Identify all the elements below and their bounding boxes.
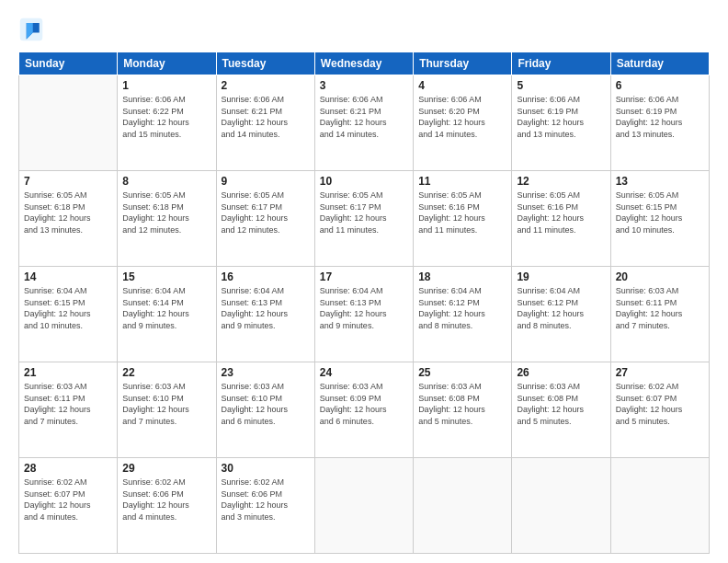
calendar-cell: 30Sunrise: 6:02 AM Sunset: 6:06 PM Dayli… — [216, 458, 314, 554]
calendar-cell: 25Sunrise: 6:03 AM Sunset: 6:08 PM Dayli… — [414, 362, 512, 458]
day-number: 15 — [122, 270, 210, 283]
day-number: 13 — [616, 175, 704, 188]
day-number: 3 — [320, 79, 408, 92]
calendar-cell: 21Sunrise: 6:03 AM Sunset: 6:11 PM Dayli… — [19, 362, 118, 458]
calendar-cell — [19, 75, 118, 171]
day-info: Sunrise: 6:02 AM Sunset: 6:06 PM Dayligh… — [222, 477, 310, 523]
day-info: Sunrise: 6:06 AM Sunset: 6:22 PM Dayligh… — [122, 94, 210, 140]
calendar-cell — [314, 458, 413, 554]
day-info: Sunrise: 6:06 AM Sunset: 6:21 PM Dayligh… — [320, 94, 408, 140]
day-number: 1 — [122, 79, 210, 92]
calendar-cell: 20Sunrise: 6:03 AM Sunset: 6:11 PM Dayli… — [610, 267, 709, 362]
calendar-week-1: 7Sunrise: 6:05 AM Sunset: 6:18 PM Daylig… — [19, 171, 710, 267]
logo — [18, 17, 48, 42]
day-info: Sunrise: 6:02 AM Sunset: 6:07 PM Dayligh… — [616, 381, 704, 427]
calendar-cell: 12Sunrise: 6:05 AM Sunset: 6:16 PM Dayli… — [512, 171, 610, 267]
calendar-cell: 28Sunrise: 6:02 AM Sunset: 6:07 PM Dayli… — [19, 458, 118, 554]
day-info: Sunrise: 6:04 AM Sunset: 6:13 PM Dayligh… — [320, 285, 408, 331]
day-info: Sunrise: 6:04 AM Sunset: 6:13 PM Dayligh… — [222, 285, 310, 331]
day-number: 26 — [517, 366, 605, 379]
calendar-cell — [414, 458, 512, 554]
day-number: 12 — [517, 175, 605, 188]
calendar-cell: 7Sunrise: 6:05 AM Sunset: 6:18 PM Daylig… — [19, 171, 118, 267]
calendar-header-saturday: Saturday — [610, 52, 709, 75]
day-number: 7 — [24, 175, 112, 188]
day-info: Sunrise: 6:06 AM Sunset: 6:19 PM Dayligh… — [616, 94, 704, 140]
calendar-week-3: 21Sunrise: 6:03 AM Sunset: 6:11 PM Dayli… — [19, 362, 710, 458]
day-info: Sunrise: 6:03 AM Sunset: 6:08 PM Dayligh… — [418, 381, 506, 427]
calendar-cell: 29Sunrise: 6:02 AM Sunset: 6:06 PM Dayli… — [118, 458, 216, 554]
calendar-cell: 17Sunrise: 6:04 AM Sunset: 6:13 PM Dayli… — [314, 267, 413, 362]
day-info: Sunrise: 6:05 AM Sunset: 6:17 PM Dayligh… — [320, 190, 408, 236]
calendar-cell: 13Sunrise: 6:05 AM Sunset: 6:15 PM Dayli… — [610, 171, 709, 267]
day-number: 16 — [222, 270, 310, 283]
calendar-cell: 2Sunrise: 6:06 AM Sunset: 6:21 PM Daylig… — [216, 75, 314, 171]
calendar-cell: 19Sunrise: 6:04 AM Sunset: 6:12 PM Dayli… — [512, 267, 610, 362]
day-number: 30 — [222, 462, 310, 475]
day-number: 4 — [418, 79, 506, 92]
day-info: Sunrise: 6:04 AM Sunset: 6:12 PM Dayligh… — [418, 285, 506, 331]
day-info: Sunrise: 6:04 AM Sunset: 6:14 PM Dayligh… — [122, 285, 210, 331]
calendar-cell: 24Sunrise: 6:03 AM Sunset: 6:09 PM Dayli… — [314, 362, 413, 458]
calendar-cell: 5Sunrise: 6:06 AM Sunset: 6:19 PM Daylig… — [512, 75, 610, 171]
day-number: 19 — [517, 270, 605, 283]
calendar-header-row: SundayMondayTuesdayWednesdayThursdayFrid… — [19, 52, 710, 75]
day-number: 27 — [616, 366, 704, 379]
day-info: Sunrise: 6:04 AM Sunset: 6:15 PM Dayligh… — [24, 285, 112, 331]
day-number: 5 — [517, 79, 605, 92]
day-number: 24 — [320, 366, 408, 379]
logo-icon — [18, 17, 44, 42]
calendar-week-4: 28Sunrise: 6:02 AM Sunset: 6:07 PM Dayli… — [19, 458, 710, 554]
header — [18, 17, 710, 42]
day-number: 11 — [418, 175, 506, 188]
day-number: 14 — [24, 270, 112, 283]
day-number: 9 — [222, 175, 310, 188]
day-number: 20 — [616, 270, 704, 283]
calendar-cell: 3Sunrise: 6:06 AM Sunset: 6:21 PM Daylig… — [314, 75, 413, 171]
calendar-cell: 4Sunrise: 6:06 AM Sunset: 6:20 PM Daylig… — [414, 75, 512, 171]
day-number: 22 — [122, 366, 210, 379]
day-number: 28 — [24, 462, 112, 475]
day-info: Sunrise: 6:05 AM Sunset: 6:18 PM Dayligh… — [122, 190, 210, 236]
calendar-week-0: 1Sunrise: 6:06 AM Sunset: 6:22 PM Daylig… — [19, 75, 710, 171]
day-info: Sunrise: 6:03 AM Sunset: 6:10 PM Dayligh… — [122, 381, 210, 427]
day-info: Sunrise: 6:06 AM Sunset: 6:20 PM Dayligh… — [418, 94, 506, 140]
day-info: Sunrise: 6:02 AM Sunset: 6:07 PM Dayligh… — [24, 477, 112, 523]
calendar-cell: 6Sunrise: 6:06 AM Sunset: 6:19 PM Daylig… — [610, 75, 709, 171]
calendar-header-tuesday: Tuesday — [216, 52, 314, 75]
day-info: Sunrise: 6:04 AM Sunset: 6:12 PM Dayligh… — [517, 285, 605, 331]
day-number: 8 — [122, 175, 210, 188]
calendar-header-thursday: Thursday — [414, 52, 512, 75]
day-info: Sunrise: 6:02 AM Sunset: 6:06 PM Dayligh… — [122, 477, 210, 523]
calendar-week-2: 14Sunrise: 6:04 AM Sunset: 6:15 PM Dayli… — [19, 267, 710, 362]
calendar-cell: 14Sunrise: 6:04 AM Sunset: 6:15 PM Dayli… — [19, 267, 118, 362]
calendar-cell: 15Sunrise: 6:04 AM Sunset: 6:14 PM Dayli… — [118, 267, 216, 362]
day-info: Sunrise: 6:05 AM Sunset: 6:18 PM Dayligh… — [24, 190, 112, 236]
calendar-cell: 1Sunrise: 6:06 AM Sunset: 6:22 PM Daylig… — [118, 75, 216, 171]
calendar-cell — [512, 458, 610, 554]
day-info: Sunrise: 6:05 AM Sunset: 6:16 PM Dayligh… — [418, 190, 506, 236]
day-info: Sunrise: 6:05 AM Sunset: 6:16 PM Dayligh… — [517, 190, 605, 236]
calendar-header-monday: Monday — [118, 52, 216, 75]
calendar-cell: 26Sunrise: 6:03 AM Sunset: 6:08 PM Dayli… — [512, 362, 610, 458]
day-info: Sunrise: 6:05 AM Sunset: 6:17 PM Dayligh… — [222, 190, 310, 236]
calendar-header-sunday: Sunday — [19, 52, 118, 75]
day-info: Sunrise: 6:06 AM Sunset: 6:21 PM Dayligh… — [222, 94, 310, 140]
day-number: 23 — [222, 366, 310, 379]
day-number: 17 — [320, 270, 408, 283]
day-number: 2 — [222, 79, 310, 92]
day-info: Sunrise: 6:03 AM Sunset: 6:09 PM Dayligh… — [320, 381, 408, 427]
calendar-cell: 9Sunrise: 6:05 AM Sunset: 6:17 PM Daylig… — [216, 171, 314, 267]
calendar-cell: 18Sunrise: 6:04 AM Sunset: 6:12 PM Dayli… — [414, 267, 512, 362]
calendar-cell: 27Sunrise: 6:02 AM Sunset: 6:07 PM Dayli… — [610, 362, 709, 458]
day-info: Sunrise: 6:03 AM Sunset: 6:10 PM Dayligh… — [222, 381, 310, 427]
calendar-header-friday: Friday — [512, 52, 610, 75]
page: SundayMondayTuesdayWednesdayThursdayFrid… — [0, 0, 728, 563]
calendar-header-wednesday: Wednesday — [314, 52, 413, 75]
calendar-table: SundayMondayTuesdayWednesdayThursdayFrid… — [18, 52, 710, 554]
calendar-cell: 11Sunrise: 6:05 AM Sunset: 6:16 PM Dayli… — [414, 171, 512, 267]
calendar-cell: 22Sunrise: 6:03 AM Sunset: 6:10 PM Dayli… — [118, 362, 216, 458]
calendar-cell: 16Sunrise: 6:04 AM Sunset: 6:13 PM Dayli… — [216, 267, 314, 362]
calendar-cell: 8Sunrise: 6:05 AM Sunset: 6:18 PM Daylig… — [118, 171, 216, 267]
day-info: Sunrise: 6:03 AM Sunset: 6:11 PM Dayligh… — [24, 381, 112, 427]
